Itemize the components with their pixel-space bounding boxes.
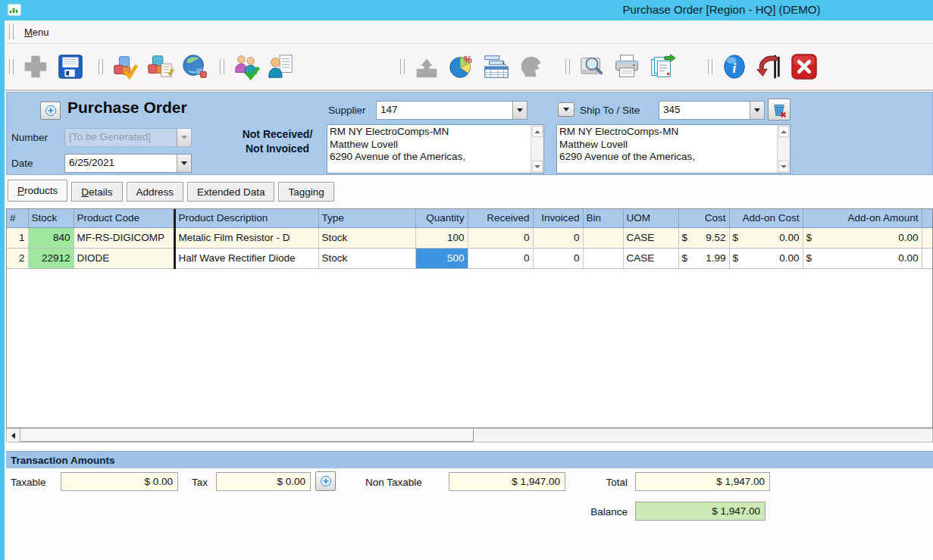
menu-button[interactable]: Menu: [18, 23, 55, 41]
cell-addon-cost[interactable]: $0.00: [730, 230, 803, 245]
page-title: Purchase Order: [67, 99, 187, 117]
cell-qty-selected[interactable]: 500: [415, 248, 468, 268]
col-invoiced: Invoiced: [533, 209, 583, 227]
balance-label: Balance: [529, 506, 628, 518]
supplier-combo[interactable]: 147: [376, 101, 528, 120]
info-button[interactable]: i: [717, 48, 752, 85]
table-row[interactable]: 2 22912 DIODE Half Wave Rectifier Diode …: [7, 248, 933, 268]
table-row[interactable]: 1 840 MF-RS-DIGICOMP Metalic Film Resist…: [7, 227, 933, 248]
shipto-address-scrollbar[interactable]: [777, 125, 790, 173]
cell-code[interactable]: DIODE: [74, 248, 174, 268]
person-report-button[interactable]: [264, 48, 299, 85]
cell-uom[interactable]: CASE: [623, 248, 678, 268]
total-label: Total: [529, 477, 628, 488]
tax-field[interactable]: $ 0.00: [216, 472, 311, 491]
shipto-mini-dropdown-button[interactable]: [558, 102, 575, 117]
supplier-address-box[interactable]: RM NY ElectroComps-MN Matthew Lovell 629…: [327, 124, 544, 174]
cell-addon-cost[interactable]: $0.00: [730, 251, 803, 265]
cell-type[interactable]: Stock: [318, 248, 415, 268]
grid-horizontal-scrollbar[interactable]: [6, 428, 933, 443]
cell-addon-amount[interactable]: $0.00: [803, 230, 922, 245]
scrollbar-thumb[interactable]: [20, 429, 474, 442]
toolbar-grip-5[interactable]: [565, 59, 570, 74]
toolbar-grip-3[interactable]: [220, 59, 224, 74]
new-po-button[interactable]: [40, 102, 61, 120]
products-table: # Stock Product Code Product Description…: [7, 209, 933, 269]
col-num: #: [7, 209, 28, 227]
cell-bin[interactable]: [583, 227, 623, 248]
col-addon-amount: Add-on Amount: [803, 209, 922, 227]
col-stock: Stock: [28, 209, 74, 227]
undo-button[interactable]: [752, 48, 787, 85]
tab-tagging[interactable]: Tagging: [278, 182, 333, 202]
shipto-dropdown-icon[interactable]: [750, 102, 764, 119]
save-button[interactable]: [53, 48, 88, 85]
cell-received[interactable]: 0: [468, 227, 533, 248]
pie-chart-button[interactable]: %: [444, 48, 479, 85]
special-functions-button[interactable]: [514, 48, 549, 85]
app-window: Purchase Order [Region - HQ] (DEMO) Menu…: [0, 0, 933, 560]
cell-bin[interactable]: [583, 248, 623, 268]
number-label: Number: [11, 132, 48, 143]
svg-text:i: i: [732, 60, 737, 76]
cell-num[interactable]: 2: [7, 248, 28, 268]
cell-desc[interactable]: Metalic Film Resistor - D: [174, 227, 318, 248]
window-title: Purchase Order [Region - HQ] (DEMO): [623, 3, 821, 16]
menubar: Menu: [5, 20, 933, 44]
cell-desc[interactable]: Half Wave Rectifier Diode: [174, 248, 318, 268]
cell-qty[interactable]: 100: [415, 227, 468, 248]
import-button[interactable]: [409, 48, 444, 85]
date-label: Date: [11, 158, 33, 169]
cell-num[interactable]: 1: [7, 227, 28, 248]
scroll-left-icon[interactable]: [7, 429, 20, 442]
cell-cost[interactable]: $9.52: [679, 230, 729, 245]
tab-products[interactable]: Products: [8, 180, 67, 202]
cell-code[interactable]: MF-RS-DIGICOMP: [74, 227, 174, 248]
cell-type[interactable]: Stock: [318, 227, 415, 248]
supplier-address-scrollbar[interactable]: [531, 125, 543, 173]
cell-addon-amount[interactable]: $0.00: [803, 251, 922, 265]
shipto-clear-button[interactable]: [768, 99, 791, 120]
tab-extended-data[interactable]: Extended Data: [187, 182, 274, 202]
number-combo: [To be Generated]: [64, 128, 192, 147]
cell-filler: [922, 248, 933, 268]
products-approve-button[interactable]: [108, 48, 142, 85]
toolbar-grip-6[interactable]: [708, 59, 712, 74]
toolbar-grip-2[interactable]: [99, 59, 103, 74]
print-button[interactable]: [609, 48, 644, 85]
cell-invoiced[interactable]: 0: [533, 248, 583, 268]
toolbar-grip-1[interactable]: [9, 59, 14, 74]
cell-received[interactable]: 0: [468, 248, 533, 268]
shipto-address-box[interactable]: RM NY ElectroComps-MN Matthew Lovell 629…: [556, 124, 791, 174]
add-button[interactable]: [18, 48, 53, 85]
cell-invoiced[interactable]: 0: [533, 227, 583, 248]
taxable-field[interactable]: $ 0.00: [61, 472, 178, 491]
scroll-up-icon[interactable]: [532, 126, 543, 137]
tab-details[interactable]: Details: [71, 182, 122, 202]
people-approve-button[interactable]: [229, 48, 264, 85]
close-button[interactable]: [787, 48, 822, 85]
date-combo[interactable]: 6/25/2021: [64, 154, 192, 173]
supplier-dropdown-icon[interactable]: [512, 102, 527, 119]
col-type: Type: [318, 209, 415, 227]
cell-stock[interactable]: 22912: [28, 248, 74, 268]
toolbar-grip-4[interactable]: [400, 59, 405, 74]
shipto-combo[interactable]: 345: [659, 101, 765, 120]
cell-stock[interactable]: 840: [28, 227, 74, 248]
non-taxable-label: Non Taxable: [365, 477, 422, 488]
preview-button[interactable]: [575, 48, 609, 85]
scroll-down-icon[interactable]: [532, 161, 543, 172]
products-globe-button[interactable]: [177, 48, 212, 85]
menubar-grip[interactable]: [9, 24, 14, 39]
add-tax-button[interactable]: [315, 471, 336, 491]
tab-address[interactable]: Address: [127, 182, 184, 202]
cell-cost[interactable]: $1.99: [679, 251, 729, 265]
report-grid-button[interactable]: [479, 48, 514, 85]
col-cost: Cost: [678, 209, 729, 227]
cell-uom[interactable]: CASE: [623, 227, 678, 248]
products-note-button[interactable]: [142, 48, 177, 85]
date-dropdown-icon[interactable]: [177, 155, 191, 172]
scroll-up-icon[interactable]: [778, 126, 789, 137]
copy-send-button[interactable]: [644, 48, 679, 85]
scroll-down-icon[interactable]: [778, 161, 789, 172]
